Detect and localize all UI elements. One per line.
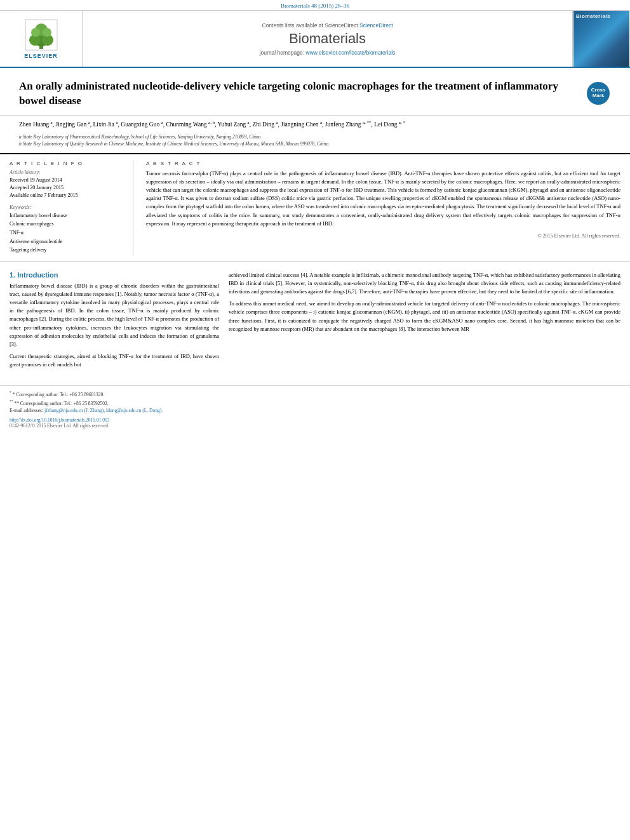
available-date: Available online 7 February 2015 [10, 192, 125, 199]
elsevier-text: ELSEVIER [24, 53, 58, 59]
keywords-section: Keywords: Inflammatory bowel disease Col… [10, 204, 125, 255]
article-info-heading: A R T I C L E I N F O [10, 161, 125, 166]
crossmark-badge: CrossMark [587, 82, 611, 106]
accepted-date: Accepted 20 January 2015 [10, 184, 125, 192]
body-left-col: 1. Introduction Inflammatory bowel disea… [10, 271, 219, 373]
article-info-col: A R T I C L E I N F O Article history: R… [10, 161, 133, 255]
section-1-heading: 1. Introduction [10, 271, 219, 279]
svg-point-5 [31, 28, 40, 37]
body-right-col: achieved limited clinical success [4]. A… [229, 271, 620, 373]
keyword-5: Targeting delivery [10, 246, 125, 255]
intro-para-2: Current therapeutic strategies, aimed at… [10, 352, 219, 369]
crossmark-icon: CrossMark [587, 82, 610, 105]
elsevier-logo: ELSEVIER [0, 11, 83, 67]
abstract-heading: A B S T R A C T [146, 161, 620, 166]
crossmark-label: CrossMark [591, 88, 606, 99]
affiliations-section: a State Key Laboratory of Pharmaceutical… [0, 132, 630, 154]
authors-section: Zhen Huang a, Jingjing Gan a, Lixin Jia … [0, 116, 630, 132]
journal-reference: Biomaterials 48 (2015) 26–36 [0, 0, 630, 11]
author-email-link[interactable]: jfzhang@nju.edu.cn (J. Zhang), ldong@nju… [44, 408, 163, 413]
keyword-4: Antisense oligonucleotide [10, 237, 125, 246]
authors-line: Zhen Huang a, Jingjing Gan a, Lixin Jia … [19, 119, 611, 130]
article-footer: * * Corresponding author. Tel.: +86 25 8… [0, 385, 630, 431]
affiliation-a: a State Key Laboratory of Pharmaceutical… [19, 133, 611, 140]
sciencedirect-line: Contents lists available at ScienceDirec… [262, 22, 393, 29]
footer-note-1: * * Corresponding author. Tel.: +86 25 8… [10, 390, 620, 399]
doi-link[interactable]: http://dx.doi.org/10.1016/j.biomaterials… [10, 417, 110, 423]
journal-center: Contents lists available at ScienceDirec… [83, 11, 573, 67]
intro-para-4: To address this unmet medical need, we a… [229, 300, 620, 333]
main-content: 1. Introduction Inflammatory bowel disea… [0, 262, 630, 380]
issn-line: 0142-9612/© 2015 Elsevier Ltd. All right… [10, 423, 620, 429]
sciencedirect-link[interactable]: ScienceDirect [359, 22, 392, 29]
keyword-2: Colonic macrophages [10, 220, 125, 229]
intro-para-3: achieved limited clinical success [4]. A… [229, 271, 620, 297]
footer-note-2: ** ** Corresponding author. Tel.: +86 25… [10, 399, 620, 408]
doi-line: http://dx.doi.org/10.1016/j.biomaterials… [10, 417, 620, 423]
keyword-3: TNF-α [10, 229, 125, 237]
svg-point-6 [43, 28, 51, 37]
biomaterials-cover: Biomaterials [573, 11, 629, 67]
article-info-abstract-section: A R T I C L E I N F O Article history: R… [0, 154, 630, 262]
abstract-col: A B S T R A C T Tumor necrosis factor-al… [143, 161, 620, 255]
article-title-section: An orally administrated nucleotide-deliv… [0, 68, 630, 116]
keywords-label: Keywords: [10, 204, 125, 210]
keyword-1: Inflammatory bowel disease [10, 211, 125, 220]
biomaterials-logo-img: Biomaterials [573, 11, 630, 67]
homepage-link[interactable]: www.elsevier.com/locate/biomaterials [306, 50, 396, 56]
affiliation-b: b State Key Laboratory of Quality Resear… [19, 140, 611, 147]
biomaterials-cover-label: Biomaterials [576, 13, 610, 19]
journal-title: Biomaterials [289, 30, 366, 47]
article-title: An orally administrated nucleotide-deliv… [19, 79, 587, 109]
footer-emails: E-mail addresses: jfzhang@nju.edu.cn (J.… [10, 407, 620, 415]
journal-header: ELSEVIER Contents lists available at Sci… [0, 11, 630, 68]
received-date: Received 19 August 2014 [10, 177, 125, 184]
elsevier-tree-icon [19, 18, 64, 51]
article-history: Article history: Received 19 August 2014… [10, 170, 125, 199]
abstract-text: Tumor necrosis factor-alpha (TNF-α) play… [146, 170, 620, 228]
copyright-line: © 2015 Elsevier Ltd. All rights reserved… [146, 233, 620, 239]
intro-para-1: Inflammatory bowel disease (IBD) is a gr… [10, 282, 219, 349]
history-label: Article history: [10, 170, 125, 175]
homepage-line: journal homepage: www.elsevier.com/locat… [260, 50, 396, 56]
